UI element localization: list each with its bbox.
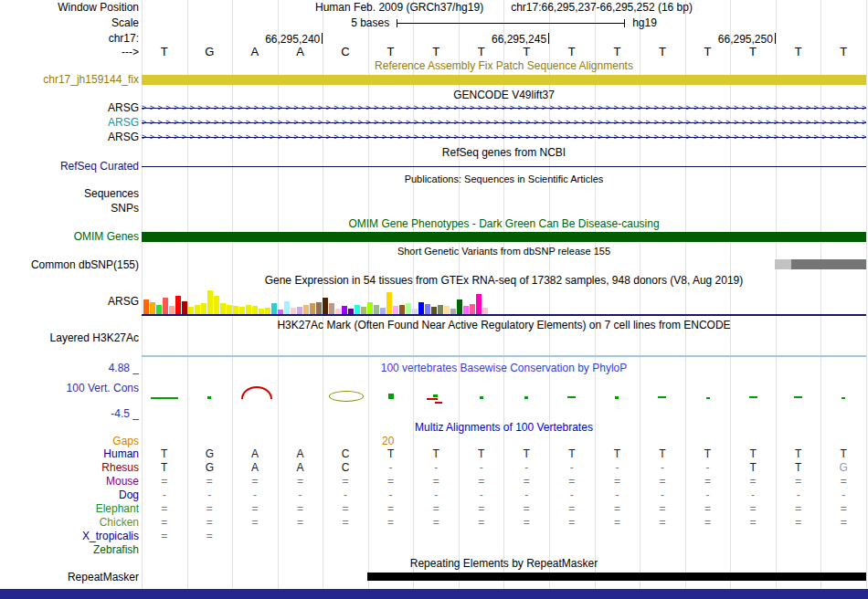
multiz-row-chicken[interactable]: Chicken================ [0, 516, 868, 530]
gtex-tissue-bar[interactable] [214, 296, 219, 314]
gtex-tissue-bar[interactable] [323, 298, 328, 314]
gencode-gene-track[interactable]: >>>>>>>>>>>>>>>>>>>>>>>>>>>>>>>>>>>>>>>>… [142, 101, 866, 115]
multiz-species-label[interactable]: X_tropicalis [0, 530, 139, 543]
gtex-tissue-bar[interactable] [361, 307, 366, 314]
gtex-tissue-bar[interactable] [425, 304, 430, 314]
gtex-tissue-bar[interactable] [316, 302, 322, 314]
fix-patch-bar[interactable] [142, 75, 866, 85]
gtex-tissue-bar[interactable] [380, 308, 386, 314]
multiz-alignment-row[interactable]: ---------------- [142, 489, 866, 502]
gtex-tissue-bar[interactable] [463, 306, 469, 314]
phylop-conservation-track[interactable] [142, 374, 866, 418]
refseq-curated-label[interactable]: RefSeq Curated [0, 160, 139, 173]
gencode-gene-row[interactable]: ARSG>>>>>>>>>>>>>>>>>>>>>>>>>>>>>>>>>>>>… [0, 101, 868, 115]
gtex-bar-chart[interactable] [143, 290, 489, 314]
gtex-tissue-bar[interactable] [457, 300, 462, 314]
multiz-alignment-row[interactable]: TGAACTTTTTTTTTTT [142, 447, 866, 461]
gtex-tissue-bar[interactable] [195, 305, 200, 314]
dbsnp-track-label[interactable]: Common dbSNP(155) [0, 258, 139, 271]
gtex-tissue-bar[interactable] [150, 302, 155, 314]
gencode-gene-row[interactable]: ARSG>>>>>>>>>>>>>>>>>>>>>>>>>>>>>>>>>>>>… [0, 116, 868, 130]
multiz-alignment-row[interactable]: == [142, 530, 866, 543]
multiz-alignment-row[interactable]: ================ [142, 502, 866, 516]
refseq-curated-track[interactable] [142, 160, 866, 173]
gene-intron-line[interactable]: >>>>>>>>>>>>>>>>>>>>>>>>>>>>>>>>>>>>>>>>… [142, 131, 866, 144]
gtex-tissue-bar[interactable] [163, 298, 168, 314]
multiz-alignment-row[interactable]: ================ [142, 516, 866, 530]
gtex-tissue-bar[interactable] [143, 300, 149, 314]
gtex-tissue-bar[interactable] [265, 308, 270, 314]
gtex-tissue-bar[interactable] [303, 305, 309, 314]
gtex-tissue-bar[interactable] [291, 308, 296, 314]
gene-intron-line[interactable]: >>>>>>>>>>>>>>>>>>>>>>>>>>>>>>>>>>>>>>>>… [142, 101, 866, 115]
gtex-tissue-bar[interactable] [482, 308, 488, 314]
dbsnp-track[interactable] [142, 258, 866, 271]
omim-genes-label[interactable]: OMIM Genes [0, 231, 139, 243]
multiz-species-label[interactable]: Dog [0, 489, 139, 502]
gtex-tissue-bar[interactable] [252, 306, 258, 314]
gtex-tissue-bar[interactable] [470, 304, 475, 314]
gtex-tissue-bar[interactable] [342, 306, 347, 314]
gtex-tissue-bar[interactable] [310, 303, 315, 314]
gtex-tissue-bar[interactable] [418, 302, 424, 314]
omim-gene-bar[interactable] [142, 232, 866, 242]
omim-genes-track[interactable] [142, 231, 866, 243]
multiz-species-label[interactable]: Mouse [0, 475, 139, 489]
gtex-tissue-bar[interactable] [367, 302, 373, 314]
gtex-tissue-bar[interactable] [175, 296, 181, 314]
h3k27ac-signal-line[interactable] [142, 355, 866, 357]
h3k27ac-track[interactable] [142, 331, 866, 359]
publications-sequences-label[interactable]: Sequences [0, 187, 139, 200]
repeatmasker-track[interactable] [142, 571, 866, 583]
multiz-species-label[interactable]: Human [0, 447, 139, 461]
gencode-gene-label[interactable]: ARSG [0, 131, 139, 144]
gtex-tissue-bar[interactable] [246, 305, 251, 314]
fix-patch-track[interactable] [142, 74, 866, 86]
multiz-species-label[interactable]: Rhesus [0, 461, 139, 475]
refseq-gene-line[interactable] [142, 166, 866, 167]
phylop-track-label[interactable]: 100 Vert. Cons [0, 382, 139, 394]
gtex-tissue-bar[interactable] [239, 307, 245, 314]
multiz-row-dog[interactable]: Dog---------------- [0, 489, 868, 502]
multiz-row-zebrafish[interactable]: Zebrafish [0, 543, 868, 557]
gtex-tissue-bar[interactable] [220, 303, 226, 314]
repeatmasker-track-label[interactable]: RepeatMasker [0, 571, 139, 583]
gtex-tissue-bar[interactable] [297, 307, 302, 314]
multiz-species-label[interactable]: Chicken [0, 516, 139, 530]
multiz-row-rhesus[interactable]: RhesusTGAAC--------TTG [0, 461, 868, 475]
gtex-tissue-bar[interactable] [169, 306, 175, 314]
gtex-gene-label[interactable]: ARSG [0, 287, 139, 316]
gtex-tissue-bar[interactable] [444, 306, 450, 314]
multiz-alignment-row[interactable]: ================ [142, 475, 866, 489]
dbsnp-variant-light[interactable] [775, 259, 791, 269]
gtex-tissue-bar[interactable] [386, 292, 392, 314]
gene-intron-line[interactable]: >>>>>>>>>>>>>>>>>>>>>>>>>>>>>>>>>>>>>>>>… [142, 116, 866, 130]
gtex-tissue-bar[interactable] [188, 307, 194, 314]
multiz-row-x_tropicalis[interactable]: X_tropicalis== [0, 530, 868, 543]
gtex-tissue-bar[interactable] [201, 303, 206, 314]
gtex-tissue-bar[interactable] [438, 305, 443, 314]
gtex-tissue-bar[interactable] [233, 306, 238, 314]
dbsnp-variant-dark[interactable] [791, 259, 866, 269]
gtex-tissue-bar[interactable] [182, 301, 187, 314]
multiz-gaps-label[interactable]: Gaps [0, 435, 139, 447]
gtex-tissue-bar[interactable] [329, 303, 334, 314]
gtex-tissue-bar[interactable] [355, 305, 360, 314]
multiz-row-mouse[interactable]: Mouse================ [0, 475, 868, 489]
publications-snps-label[interactable]: SNPs [0, 202, 139, 215]
gtex-tissue-bar[interactable] [227, 305, 232, 314]
gencode-gene-track[interactable]: >>>>>>>>>>>>>>>>>>>>>>>>>>>>>>>>>>>>>>>>… [142, 116, 866, 130]
gencode-gene-track[interactable]: >>>>>>>>>>>>>>>>>>>>>>>>>>>>>>>>>>>>>>>>… [142, 131, 866, 144]
gtex-tissue-bar[interactable] [271, 303, 277, 314]
gtex-tissue-bar[interactable] [207, 290, 213, 314]
multiz-gaps-row[interactable]: 20 [142, 435, 866, 447]
multiz-alignment-row[interactable]: TGAAC--------TTG [142, 461, 866, 475]
gtex-tissue-bar[interactable] [393, 306, 398, 314]
gtex-gene-model-line[interactable] [142, 314, 866, 316]
multiz-alignment-row[interactable] [142, 543, 866, 557]
repeat-element-bar[interactable] [367, 573, 866, 581]
gtex-expression-track[interactable] [142, 287, 866, 316]
gtex-tissue-bar[interactable] [406, 303, 411, 314]
h3k27ac-track-label[interactable]: Layered H3K27Ac [0, 331, 139, 344]
gtex-tissue-bar[interactable] [156, 305, 162, 314]
